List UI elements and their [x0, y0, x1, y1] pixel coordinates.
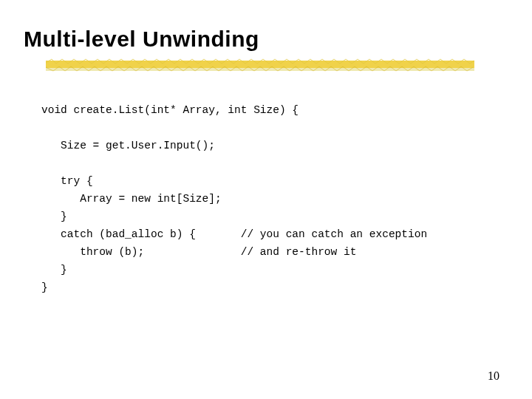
underline-texture	[46, 58, 474, 73]
slide: Multi-level Unwinding void create.List(i…	[0, 0, 532, 399]
crayon-icon	[46, 58, 474, 73]
page-number: 10	[488, 369, 499, 383]
slide-title: Multi-level Unwinding	[24, 27, 259, 52]
code-block: void create.List(int* Array, int Size) {…	[41, 101, 427, 296]
title-underline	[46, 61, 474, 71]
